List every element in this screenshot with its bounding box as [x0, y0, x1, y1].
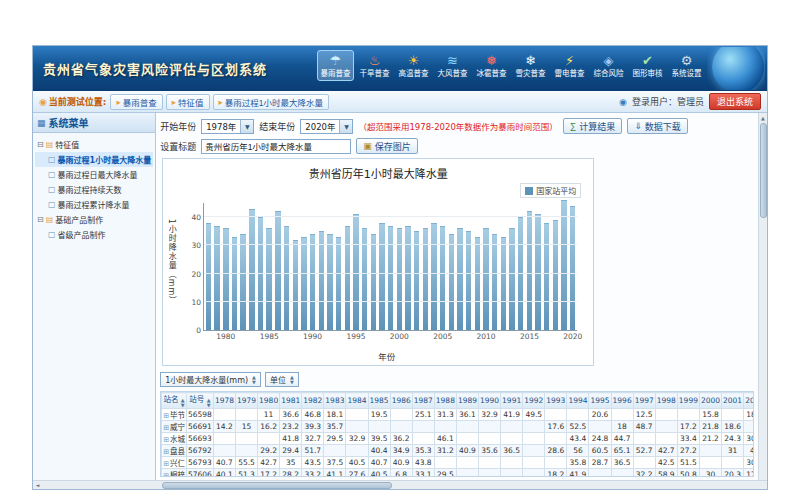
column-header-year[interactable]: 2001	[722, 393, 744, 409]
calculator-icon: ∑	[570, 121, 576, 131]
tree-item-0-2[interactable]: ▢暴雨过程持续天数	[35, 182, 153, 197]
metric-column-chip[interactable]: 1小时最大降水量(mm) ▲▼	[160, 372, 261, 387]
bar-slot	[464, 203, 473, 330]
column-header-year[interactable]: 1982	[302, 393, 324, 409]
collapse-icon[interactable]: ⊟	[37, 215, 44, 224]
vertical-scroll-thumb[interactable]	[760, 123, 767, 218]
nav-item-risk[interactable]: ◈综合风险	[590, 50, 627, 81]
column-header-name[interactable]: 站名 ▲▼	[162, 393, 187, 409]
expand-row-icon[interactable]: ⊞	[163, 448, 169, 456]
expand-row-icon[interactable]: ⊞	[163, 424, 169, 432]
tree-group-1[interactable]: ⊟▤基础产品制作	[35, 212, 153, 227]
column-header-year[interactable]: 1997	[633, 393, 655, 409]
column-header-year[interactable]: 1978	[213, 393, 235, 409]
column-header-year[interactable]: 1990	[479, 393, 501, 409]
value-cell	[235, 445, 257, 457]
column-header-year[interactable]: 1984	[346, 393, 368, 409]
tree-item-0-3[interactable]: ▢暴雨过程累计降水量	[35, 197, 153, 212]
column-header-id[interactable]: 站号 ▲▼	[187, 393, 214, 409]
column-header-year[interactable]: 1988	[434, 393, 456, 409]
y-tick-label: 20	[192, 269, 202, 278]
legend-label: 国家站平均	[536, 185, 576, 196]
nav-item-lightning[interactable]: ⚡雷电普查	[551, 50, 588, 81]
column-header-year[interactable]: 1998	[655, 393, 677, 409]
table-row[interactable]: ⊞盘县5679229.229.451.740.434.935.331.240.9…	[162, 445, 754, 457]
station-id-cell: 57606	[187, 469, 214, 478]
value-cell: 18.2	[545, 469, 567, 478]
value-cell: 60.5	[589, 445, 611, 457]
nav-item-wind[interactable]: ≋大风普查	[434, 50, 471, 81]
value-cell: 36.2	[390, 433, 412, 445]
tree-item-0-1[interactable]: ▢暴雨过程日最大降水量	[35, 167, 153, 182]
breadcrumb-tab-0[interactable]: ▸暴雨普查	[110, 94, 162, 110]
value-cell: 52.7	[633, 445, 655, 457]
column-header-year[interactable]: 1996	[611, 393, 633, 409]
nav-item-snow[interactable]: ❄雪灾普查	[512, 50, 549, 81]
column-header-year[interactable]: 1985	[368, 393, 390, 409]
scroll-up-icon[interactable]: ▲	[759, 113, 767, 122]
nav-item-rain[interactable]: ☂暴雨普查	[317, 50, 354, 81]
nav-item-settings[interactable]: ⚙系统设置	[668, 50, 705, 81]
value-cell: 42.7	[655, 445, 677, 457]
column-header-year[interactable]: 1993	[545, 393, 567, 409]
column-header-year[interactable]: 1989	[456, 393, 478, 409]
column-header-year[interactable]: 1979	[235, 393, 257, 409]
tree-item-1-0[interactable]: ▢省级产品制作	[35, 227, 153, 242]
breadcrumb-tab-1[interactable]: ▸特征值	[166, 94, 210, 110]
unit-column-chip[interactable]: 单位 ▲▼	[265, 372, 299, 387]
value-cell	[611, 469, 633, 478]
table-row[interactable]: ⊞桐梓5760640.151.317.228.233.241.127.640.5…	[162, 469, 754, 478]
expand-row-icon[interactable]: ⊞	[163, 412, 169, 420]
nav-item-label: 系统设置	[669, 69, 704, 79]
tree-group-0[interactable]: ⊟▤特征值	[35, 137, 153, 152]
bar-slot	[256, 203, 265, 330]
bar-slot	[230, 203, 239, 330]
nav-item-heat[interactable]: ☀高温普查	[395, 50, 432, 81]
nav-item-hail[interactable]: ❅冰雹普查	[473, 50, 510, 81]
breadcrumb-tab-2[interactable]: ▸暴雨过程1小时最大降水量	[213, 94, 330, 110]
expand-row-icon[interactable]: ⊞	[163, 472, 169, 477]
column-header-year[interactable]: 1980	[258, 393, 280, 409]
column-header-year[interactable]: 1992	[523, 393, 545, 409]
start-year-select[interactable]: 1978年 ▼	[201, 119, 254, 134]
value-cell: 20.6	[589, 409, 611, 421]
horizontal-scroll-thumb[interactable]	[162, 482, 392, 489]
value-cell: 6.8	[390, 469, 412, 478]
nav-item-review[interactable]: ✔图形审核	[629, 50, 666, 81]
value-cell: 29.5	[434, 469, 456, 478]
horizontal-scrollbar[interactable]: ◄	[33, 480, 767, 489]
chart-title-input[interactable]	[201, 139, 351, 154]
column-header-year[interactable]: 1994	[567, 393, 589, 409]
tree-item-label: 暴雨过程日最大降水量	[58, 169, 138, 180]
column-header-year[interactable]: 1983	[324, 393, 346, 409]
column-header-year[interactable]: 1987	[412, 393, 434, 409]
vertical-scrollbar[interactable]: ▲	[758, 113, 767, 480]
expand-row-icon[interactable]: ⊞	[163, 460, 169, 468]
table-row[interactable]: ⊞毕节565981136.646.818.119.525.131.336.132…	[162, 409, 754, 421]
value-cell: 34.9	[390, 445, 412, 457]
calculate-button[interactable]: ∑ 计算结果	[563, 118, 622, 134]
column-header-year[interactable]: 1999	[677, 393, 699, 409]
scroll-left-icon[interactable]: ◄	[33, 482, 42, 488]
save-image-button[interactable]: ▣ 保存图片	[356, 138, 418, 154]
end-year-select[interactable]: 2020年 ▼	[300, 119, 353, 134]
table-row[interactable]: ⊞威宁5669114.21516.223.239.335.717.652.518…	[162, 421, 754, 433]
column-header-year[interactable]: 2000	[699, 393, 721, 409]
column-header-year[interactable]: 1981	[280, 393, 302, 409]
nav-item-drought[interactable]: ♨干旱普查	[356, 50, 393, 81]
tree-item-0-0[interactable]: ▢暴雨过程1小时最大降水量	[35, 152, 153, 167]
collapse-icon[interactable]: ⊟	[37, 140, 44, 149]
value-cell: 35.8	[567, 457, 589, 469]
download-button[interactable]: ⇓ 数据下载	[627, 118, 688, 134]
table-row[interactable]: ⊞水城5669341.832.729.532.939.536.246.143.4…	[162, 433, 754, 445]
column-header-year[interactable]: 1991	[501, 393, 523, 409]
table-row[interactable]: ⊞兴仁5679340.755.542.73543.537.540.540.740…	[162, 457, 754, 469]
start-year-label: 开始年份	[160, 120, 196, 133]
column-header-year[interactable]: 1986	[390, 393, 412, 409]
logout-button[interactable]: 退出系统	[709, 93, 761, 110]
column-header-year[interactable]: 1995	[589, 393, 611, 409]
value-cell	[213, 433, 235, 445]
column-header-year[interactable]: 2002	[744, 393, 754, 409]
expand-row-icon[interactable]: ⊞	[163, 436, 169, 444]
x-axis-label: 年份	[378, 350, 395, 362]
